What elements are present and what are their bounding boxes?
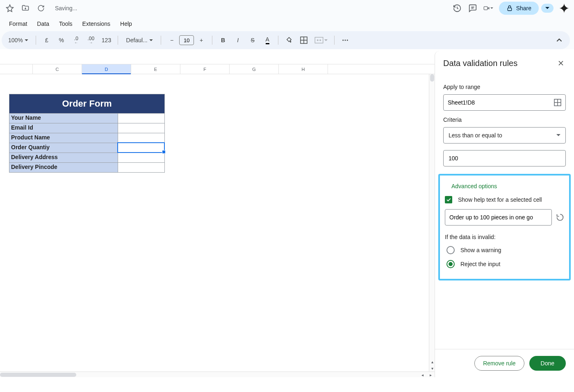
gemini-icon[interactable]	[559, 3, 569, 13]
column-header[interactable]: E	[131, 64, 180, 74]
menu-tools[interactable]: Tools	[55, 19, 77, 29]
strikethrough-button[interactable]: S	[247, 34, 258, 46]
video-icon[interactable]	[483, 3, 493, 13]
scroll-left-button[interactable]: ◂	[418, 372, 426, 377]
horizontal-scrollbar[interactable]: ◂ ▸	[0, 371, 435, 377]
share-label: Share	[516, 5, 531, 11]
spreadsheet-grid[interactable]: CDEFGH Order Form Your NameEmail IdProdu…	[0, 64, 435, 377]
select-range-icon[interactable]	[554, 99, 561, 106]
share-button[interactable]: Share	[499, 2, 539, 15]
collapse-toolbar-button[interactable]	[554, 34, 565, 46]
menu-format[interactable]: Format	[5, 19, 31, 29]
range-input[interactable]	[448, 99, 554, 106]
row-value-cell[interactable]	[118, 153, 164, 162]
show-warning-label: Show a warning	[460, 247, 501, 253]
table-row: Email Id	[9, 123, 164, 133]
vertical-scroll-thumb[interactable]	[430, 74, 434, 82]
currency-format-button[interactable]: £	[41, 34, 52, 46]
column-header[interactable]: C	[33, 64, 82, 74]
invalid-data-label: If the data is invalid:	[445, 234, 564, 240]
column-header[interactable]: H	[279, 64, 328, 74]
row-label: Delivery Pincode	[9, 162, 118, 172]
column-header[interactable]: F	[180, 64, 230, 74]
comment-icon[interactable]	[468, 3, 478, 13]
font-size-input[interactable]	[179, 35, 194, 45]
percent-format-button[interactable]: %	[56, 34, 67, 46]
close-panel-button[interactable]	[556, 58, 566, 68]
cloud-sync-icon[interactable]	[36, 3, 46, 13]
font-size-increase-button[interactable]: +	[196, 34, 207, 46]
toolbar: 100% £ % .0← .00→ 123 Defaul... − + B I …	[2, 31, 570, 49]
zoom-select[interactable]: 100%	[6, 34, 31, 46]
svg-rect-7	[315, 37, 323, 43]
advanced-options-section: Advanced options Show help text for a se…	[438, 174, 571, 280]
row-value-cell[interactable]	[118, 133, 164, 143]
font-select[interactable]: Defaul...	[123, 34, 156, 46]
scroll-down-button[interactable]: ▾	[429, 365, 435, 371]
show-help-checkbox[interactable]	[445, 196, 452, 203]
row-value-cell[interactable]	[118, 162, 164, 172]
star-icon[interactable]	[5, 3, 15, 13]
column-headers: CDEFGH	[0, 64, 435, 74]
bold-button[interactable]: B	[217, 34, 229, 46]
menu-extensions[interactable]: Extensions	[78, 19, 114, 29]
row-value-cell[interactable]	[118, 113, 164, 123]
done-button[interactable]: Done	[529, 356, 566, 371]
increase-decimal-button[interactable]: .00→	[85, 34, 97, 46]
menu-bar: Format Data Tools Extensions Help	[0, 16, 574, 31]
table-row: Delivery Address	[9, 153, 164, 162]
horizontal-scroll-thumb[interactable]	[0, 373, 76, 377]
italic-button[interactable]: I	[232, 34, 244, 46]
scroll-up-button[interactable]: ▴	[429, 358, 435, 365]
svg-point-9	[345, 40, 346, 41]
vertical-scrollbar[interactable]: ▴ ▾	[429, 74, 435, 371]
menu-help[interactable]: Help	[116, 19, 136, 29]
show-warning-radio[interactable]	[446, 246, 455, 254]
row-label: Email Id	[9, 123, 118, 133]
criteria-value-input[interactable]	[443, 150, 566, 166]
share-dropdown-button[interactable]	[541, 4, 554, 13]
criteria-dropdown[interactable]: Less than or equal to	[443, 127, 566, 144]
history-icon[interactable]	[452, 3, 462, 13]
decrease-decimal-button[interactable]: .0←	[71, 34, 82, 46]
fill-color-button[interactable]	[283, 34, 295, 46]
menu-data[interactable]: Data	[33, 19, 53, 29]
row-label: Product Name	[9, 133, 118, 143]
font-size-decrease-button[interactable]: −	[166, 34, 178, 46]
row-label: Order Quantiy	[9, 143, 118, 153]
borders-button[interactable]	[298, 34, 310, 46]
order-form-table: Order Form Your NameEmail IdProduct Name…	[9, 94, 165, 173]
merge-cells-button[interactable]	[313, 34, 329, 46]
advanced-options-title[interactable]: Advanced options	[451, 183, 564, 189]
row-label: Delivery Address	[9, 153, 118, 162]
row-value-cell[interactable]	[118, 123, 164, 133]
number-format-button[interactable]: 123	[100, 34, 113, 46]
scroll-right-button[interactable]: ▸	[426, 372, 435, 377]
move-to-folder-icon[interactable]	[20, 3, 30, 13]
show-help-label: Show help text for a selected cell	[458, 196, 542, 203]
help-text-input[interactable]	[445, 209, 552, 226]
criteria-label: Criteria	[443, 116, 566, 123]
column-header[interactable]	[0, 64, 33, 74]
column-header[interactable]: G	[230, 64, 279, 74]
svg-rect-3	[508, 8, 511, 11]
svg-point-8	[342, 40, 344, 41]
row-value-cell[interactable]	[118, 143, 164, 153]
title-bar: Saving... Share	[0, 0, 574, 16]
reset-help-text-icon[interactable]	[556, 213, 564, 221]
table-row: Order Quantiy	[9, 143, 164, 153]
order-form-title: Order Form	[9, 94, 164, 113]
svg-point-10	[347, 40, 348, 41]
table-row: Delivery Pincode	[9, 162, 164, 172]
row-label: Your Name	[9, 113, 118, 123]
panel-title: Data validation rules	[443, 59, 517, 68]
range-input-container	[443, 94, 566, 111]
remove-rule-button[interactable]: Remove rule	[474, 356, 524, 371]
saving-status: Saving...	[55, 5, 77, 11]
reject-input-radio[interactable]	[446, 260, 455, 268]
data-validation-panel: Data validation rules Apply to range Cri…	[435, 51, 574, 377]
column-header[interactable]: D	[82, 64, 131, 74]
text-color-button[interactable]: A	[262, 34, 273, 46]
table-row: Product Name	[9, 133, 164, 143]
more-tools-button[interactable]	[339, 34, 351, 46]
